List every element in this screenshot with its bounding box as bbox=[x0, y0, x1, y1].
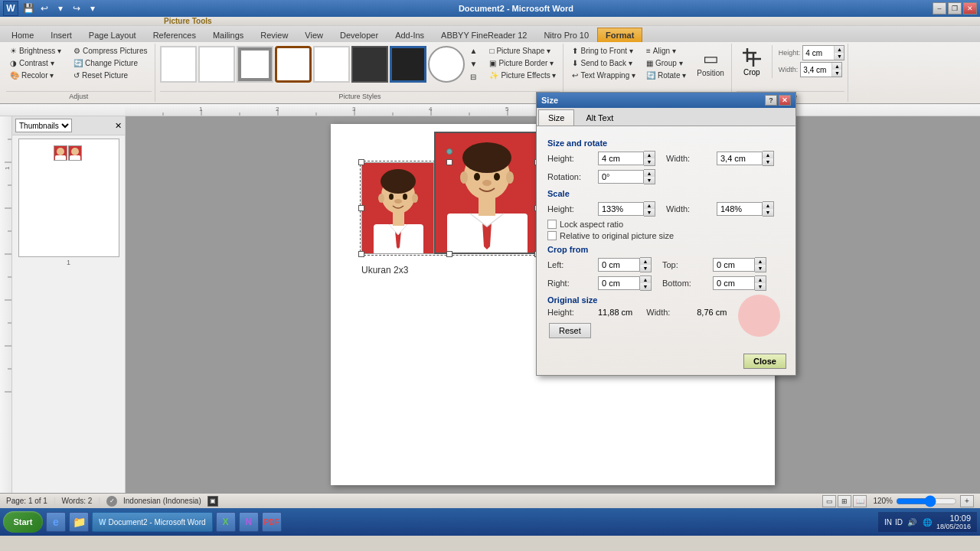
dialog-close-x-button[interactable]: ✕ bbox=[779, 95, 791, 106]
crop-bottom-input[interactable] bbox=[713, 276, 755, 290]
handle-b[interactable] bbox=[446, 251, 452, 257]
crop-top-down[interactable]: ▼ bbox=[755, 265, 766, 272]
tab-format[interactable]: Format bbox=[597, 28, 642, 42]
recolor-button[interactable]: 🎨 Recolor ▾ bbox=[6, 70, 65, 81]
change-picture-button[interactable]: 🔄 Change Picture bbox=[70, 57, 151, 69]
rotation-spin-up[interactable]: ▲ bbox=[644, 170, 655, 177]
crop-top-input[interactable] bbox=[713, 258, 755, 272]
scale-width-down[interactable]: ▼ bbox=[763, 209, 773, 216]
style-thumb-1[interactable] bbox=[160, 46, 197, 83]
taskbar-pdf[interactable]: PDF bbox=[262, 512, 282, 532]
style-thumb-5[interactable] bbox=[313, 46, 350, 83]
width-spin-up[interactable]: ▲ bbox=[832, 63, 841, 70]
crop-right-up[interactable]: ▲ bbox=[640, 276, 651, 283]
taskbar-explorer[interactable]: 📁 bbox=[69, 512, 89, 532]
taskbar-word-active[interactable]: W Document2 - Microsoft Word bbox=[92, 512, 213, 532]
maximize-button[interactable]: ❐ bbox=[948, 2, 962, 15]
crop-right-input[interactable] bbox=[598, 276, 640, 290]
more-styles-up[interactable]: ▲ bbox=[466, 45, 482, 57]
style-thumb-7[interactable] bbox=[390, 46, 426, 83]
taskbar-onenote[interactable]: N bbox=[239, 512, 259, 532]
handle-l[interactable] bbox=[358, 205, 364, 211]
brightness-button[interactable]: ☀ Brightness ▾ bbox=[6, 45, 65, 57]
scale-height-input[interactable] bbox=[598, 202, 644, 216]
crop-top-up[interactable]: ▲ bbox=[755, 258, 766, 265]
height-spin-up-dlg[interactable]: ▲ bbox=[644, 152, 655, 158]
rotate-handle[interactable] bbox=[446, 148, 452, 155]
dialog-tab-size[interactable]: Size bbox=[538, 109, 574, 126]
crop-bottom-down[interactable]: ▼ bbox=[755, 283, 766, 290]
handle-t[interactable] bbox=[446, 159, 452, 165]
close-thumbnails[interactable]: ✕ bbox=[115, 121, 122, 131]
bring-to-front-button[interactable]: ⬆ Bring to Front ▾ bbox=[568, 45, 639, 57]
reset-picture-button[interactable]: ↺ Reset Picture bbox=[70, 70, 151, 81]
spell-check-icon[interactable]: ✓ bbox=[106, 496, 117, 507]
relative-original-checkbox[interactable] bbox=[547, 231, 557, 240]
crop-left-up[interactable]: ▲ bbox=[640, 258, 651, 265]
crop-button[interactable]: Crop bbox=[737, 45, 767, 78]
tab-nitro[interactable]: Nitro Pro 10 bbox=[535, 28, 597, 42]
align-button[interactable]: ≡ Align ▾ bbox=[642, 45, 690, 57]
more-styles-down[interactable]: ▼ bbox=[466, 58, 482, 70]
scale-height-down[interactable]: ▼ bbox=[644, 209, 655, 216]
tab-add-ins[interactable]: Add-Ins bbox=[387, 28, 433, 42]
tab-home[interactable]: Home bbox=[3, 28, 42, 42]
reset-button[interactable]: Reset bbox=[549, 323, 591, 338]
close-button[interactable]: ✕ bbox=[963, 2, 977, 15]
style-thumb-3[interactable] bbox=[237, 46, 273, 83]
tab-references[interactable]: References bbox=[145, 28, 204, 42]
scale-height-up[interactable]: ▲ bbox=[644, 202, 655, 209]
tab-page-layout[interactable]: Page Layout bbox=[80, 28, 145, 42]
width-spin-down-dlg[interactable]: ▼ bbox=[763, 158, 773, 165]
quick-access-undo[interactable]: ↩ bbox=[38, 2, 51, 15]
tab-view[interactable]: View bbox=[296, 28, 332, 42]
style-thumb-4[interactable] bbox=[275, 46, 312, 83]
send-to-back-button[interactable]: ⬇ Send to Back ▾ bbox=[568, 57, 639, 69]
quick-access-undo-arrow[interactable]: ▾ bbox=[54, 2, 67, 15]
text-wrapping-button[interactable]: ↩ Text Wrapping ▾ bbox=[568, 70, 639, 81]
crop-bottom-up[interactable]: ▲ bbox=[755, 276, 766, 283]
scale-width-input[interactable] bbox=[717, 202, 763, 216]
close-dialog-button[interactable]: Close bbox=[743, 354, 786, 369]
quick-access-more[interactable]: ▾ bbox=[86, 2, 100, 15]
crop-right-down[interactable]: ▼ bbox=[640, 283, 651, 290]
tab-review[interactable]: Review bbox=[252, 28, 296, 42]
picture-effects-button[interactable]: ✨ Picture Effects ▾ bbox=[485, 70, 560, 81]
style-thumb-6[interactable] bbox=[351, 46, 388, 83]
height-spin-up[interactable]: ▲ bbox=[835, 46, 844, 53]
minimize-button[interactable]: – bbox=[933, 2, 946, 15]
quick-access-save[interactable]: 💾 bbox=[21, 2, 35, 15]
zoom-slider[interactable] bbox=[896, 497, 957, 506]
compress-button[interactable]: ⚙ Compress Pictures bbox=[70, 45, 151, 57]
height-spin-down-dlg[interactable]: ▼ bbox=[644, 158, 655, 165]
crop-left-input[interactable] bbox=[598, 258, 640, 272]
tab-mailings[interactable]: Mailings bbox=[204, 28, 252, 42]
style-thumb-8[interactable] bbox=[428, 46, 465, 83]
handle-tl[interactable] bbox=[358, 159, 364, 165]
dialog-tab-alt-text[interactable]: Alt Text bbox=[576, 109, 623, 126]
tray-speaker-icon[interactable]: 🔊 bbox=[906, 516, 918, 528]
tab-developer[interactable]: Developer bbox=[332, 28, 387, 42]
height-input[interactable] bbox=[598, 152, 644, 165]
dialog-help-button[interactable]: ? bbox=[765, 95, 777, 106]
width-spin-down[interactable]: ▼ bbox=[832, 70, 841, 77]
group-button[interactable]: ▦ Group ▾ bbox=[642, 57, 690, 69]
crop-left-down[interactable]: ▼ bbox=[640, 265, 651, 272]
size-dialog[interactable]: Size ? ✕ Size Alt Text Size and rotate H… bbox=[536, 92, 796, 376]
start-button[interactable]: Start bbox=[3, 511, 43, 533]
height-spin-down[interactable]: ▼ bbox=[835, 53, 844, 60]
lock-aspect-checkbox[interactable] bbox=[547, 220, 557, 229]
contrast-button[interactable]: ◑ Contrast ▾ bbox=[6, 57, 65, 69]
tab-insert[interactable]: Insert bbox=[42, 28, 80, 42]
rotate-button[interactable]: 🔄 Rotate ▾ bbox=[642, 70, 690, 81]
width-spin-up-dlg[interactable]: ▲ bbox=[763, 152, 773, 158]
style-thumb-2[interactable] bbox=[198, 46, 235, 83]
rotation-input[interactable] bbox=[598, 170, 644, 184]
handle-bl[interactable] bbox=[358, 251, 364, 257]
page-thumbnail-1[interactable] bbox=[18, 139, 119, 257]
taskbar-excel[interactable]: X bbox=[216, 512, 236, 532]
thumbnails-select[interactable]: Thumbnails bbox=[15, 119, 72, 132]
zoom-in-button[interactable]: + bbox=[960, 495, 974, 507]
more-styles-expand[interactable]: ⊟ bbox=[466, 71, 482, 83]
position-button[interactable]: ▭ Position bbox=[693, 45, 728, 81]
